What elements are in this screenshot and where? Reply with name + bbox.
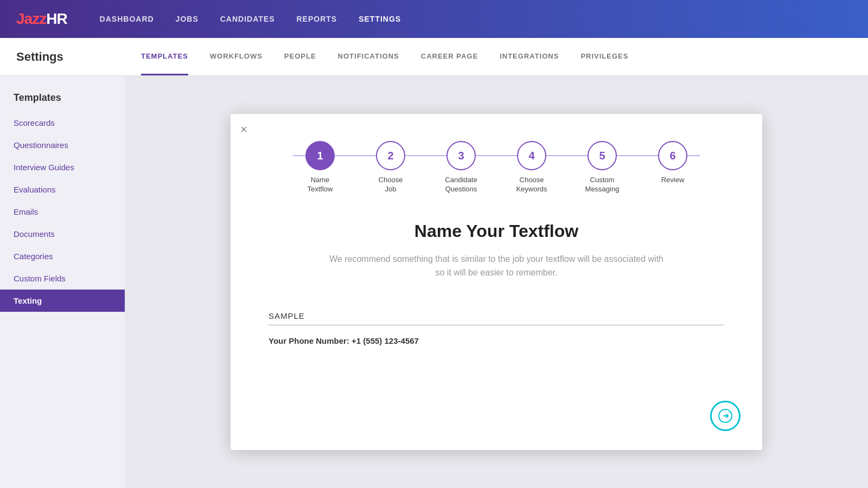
step-2-label: ChooseJob (379, 176, 403, 194)
step-1-label: NameTextflow (308, 176, 333, 194)
step-2-circle[interactable]: 2 (376, 141, 405, 170)
modal-dialog: × 1 NameTextflow 2 ChooseJob 3 Candidate… (231, 114, 762, 450)
content-area: × 1 NameTextflow 2 ChooseJob 3 Candidate… (125, 76, 868, 488)
sidebar-item-interview-guides[interactable]: Interview Guides (0, 156, 125, 178)
sidebar-item-scorecards[interactable]: Scorecards (0, 112, 125, 134)
tab-notifications[interactable]: NOTIFICATIONS (338, 38, 399, 75)
sidebar-item-questionnaires[interactable]: Questionnaires (0, 134, 125, 156)
step-5-label: CustomMessaging (585, 176, 620, 194)
step-4: 4 ChooseKeywords (496, 141, 567, 194)
main-layout: Templates Scorecards Questionnaires Inte… (0, 76, 868, 488)
modal-description: We recommend something that is similar t… (328, 252, 665, 280)
nav-candidates[interactable]: CANDIDATES (220, 15, 275, 23)
step-3-circle[interactable]: 3 (446, 141, 476, 170)
tab-people[interactable]: PEOPLE (284, 38, 316, 75)
tab-templates[interactable]: TEMPLATES (141, 38, 188, 75)
tab-workflows[interactable]: WORKFLOWS (210, 38, 263, 75)
step-5: 5 CustomMessaging (567, 141, 637, 194)
step-1: 1 NameTextflow (285, 141, 355, 194)
nav-reports[interactable]: REPORTS (296, 15, 337, 23)
next-button[interactable] (710, 401, 741, 431)
step-6: 6 Review (637, 141, 708, 185)
step-6-label: Review (661, 176, 685, 185)
sidebar-item-categories[interactable]: Categories (0, 245, 125, 267)
step-1-circle[interactable]: 1 (305, 141, 335, 170)
nav-links: DASHBOARD JOBS CANDIDATES REPORTS SETTIN… (100, 15, 401, 23)
settings-header: Settings TEMPLATES WORKFLOWS PEOPLE NOTI… (0, 38, 868, 76)
input-section: Your Phone Number: +1 (555) 123-4567 (258, 307, 735, 345)
page-title: Settings (16, 50, 141, 64)
nav-jobs[interactable]: JOBS (176, 15, 199, 23)
tab-career-page[interactable]: CAREER PAGE (421, 38, 478, 75)
step-5-circle[interactable]: 5 (588, 141, 617, 170)
step-4-label: ChooseKeywords (516, 176, 547, 194)
modal-overlay: × 1 NameTextflow 2 ChooseJob 3 Candidate… (125, 76, 868, 488)
sidebar-item-custom-fields[interactable]: Custom Fields (0, 267, 125, 290)
sidebar-item-evaluations[interactable]: Evaluations (0, 178, 125, 201)
step-6-circle[interactable]: 6 (658, 141, 687, 170)
phone-label-text: Your Phone Number: +1 (555) 123-4567 (269, 336, 724, 345)
step-2: 2 ChooseJob (355, 141, 426, 194)
sidebar-item-texting[interactable]: Texting (0, 290, 125, 312)
sidebar-item-emails[interactable]: Emails (0, 201, 125, 223)
sidebar: Templates Scorecards Questionnaires Inte… (0, 76, 125, 488)
nav-dashboard[interactable]: DASHBOARD (100, 15, 154, 23)
logo[interactable]: JazzHR (16, 10, 67, 28)
sidebar-title: Templates (0, 87, 125, 112)
nav-settings[interactable]: SETTINGS (359, 15, 401, 23)
settings-tabs: TEMPLATES WORKFLOWS PEOPLE NOTIFICATIONS… (141, 38, 628, 75)
tab-integrations[interactable]: INTEGRATIONS (500, 38, 559, 75)
step-3-label: CandidateQuestions (445, 176, 477, 194)
top-navigation: JazzHR DASHBOARD JOBS CANDIDATES REPORTS… (0, 0, 868, 38)
tab-privileges[interactable]: PRIVILEGES (580, 38, 628, 75)
textflow-name-input[interactable] (269, 307, 724, 325)
modal-heading: Name Your Textflow (258, 221, 735, 241)
sidebar-item-documents[interactable]: Documents (0, 223, 125, 245)
modal-close-button[interactable]: × (240, 124, 247, 136)
step-3: 3 CandidateQuestions (426, 141, 496, 194)
stepper: 1 NameTextflow 2 ChooseJob 3 CandidateQu… (258, 136, 735, 194)
step-4-circle[interactable]: 4 (517, 141, 546, 170)
